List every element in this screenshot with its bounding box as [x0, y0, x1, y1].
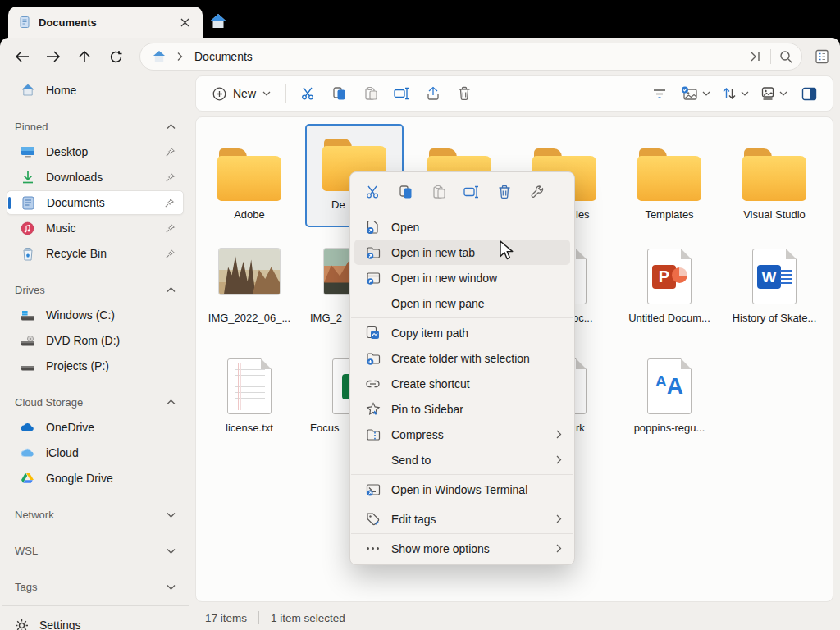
file-tile-history-of-skate[interactable]: W History of Skate...	[725, 239, 824, 324]
chevron-up-icon[interactable]	[167, 124, 176, 130]
cut-icon[interactable]	[360, 180, 386, 204]
sidebar-item-home[interactable]: Home	[7, 78, 184, 103]
forward-button[interactable]	[39, 43, 67, 71]
onedrive-icon	[20, 422, 35, 432]
submenu-chevron-icon	[556, 544, 562, 553]
paste-button[interactable]	[355, 80, 386, 107]
menu-item-open-in-new-pane[interactable]: Open in new pane	[354, 290, 570, 316]
section-header-network[interactable]: Network	[2, 502, 189, 527]
sidebar-item-onedrive[interactable]: OneDrive	[7, 415, 184, 440]
cut-button[interactable]	[293, 80, 324, 107]
file-label: History of Skate...	[733, 312, 817, 324]
file-label: Untitled Docum...	[628, 312, 710, 324]
details-pane-toggle[interactable]	[793, 80, 824, 107]
skip-to-end-icon[interactable]	[749, 51, 762, 62]
terminal-icon	[365, 483, 381, 496]
sidebar-item-settings[interactable]: Settings	[2, 611, 189, 630]
address-bar[interactable]: Documents	[139, 43, 802, 71]
section-header-pinned[interactable]: Pinned	[2, 114, 189, 139]
file-tile-untitled-document[interactable]: P Untitled Docum...	[620, 239, 719, 324]
section-header-tags[interactable]: Tags	[2, 574, 189, 599]
view-options-dropdown[interactable]	[675, 80, 716, 107]
breadcrumb-home-icon[interactable]	[152, 49, 167, 64]
rename-button[interactable]	[386, 80, 418, 107]
open-new-tab-icon	[365, 246, 381, 259]
home-tab-icon[interactable]	[207, 10, 230, 33]
sort-dropdown[interactable]	[716, 80, 755, 107]
ongoing-tasks-icon[interactable]	[809, 43, 835, 71]
up-button[interactable]	[71, 43, 98, 71]
sidebar-item-google-drive[interactable]: Google Drive	[7, 466, 184, 491]
tab-documents[interactable]: Documents	[8, 7, 203, 38]
file-tile-license-txt[interactable]: license.txt	[200, 349, 299, 434]
refresh-button[interactable]	[102, 43, 130, 71]
tab-close-icon[interactable]	[175, 12, 194, 32]
tab-title: Documents	[39, 16, 97, 29]
sidebar-item-recycle-bin[interactable]: Recycle Bin	[7, 241, 184, 266]
sidebar-item-windows-c[interactable]: Windows (C:)	[7, 303, 184, 327]
chevron-up-icon[interactable]	[167, 287, 176, 293]
menu-item-create-shortcut[interactable]: Create shortcut	[354, 371, 570, 396]
status-bar: 17 items 1 item selected	[205, 607, 345, 628]
menu-item-open-in-windows-terminal[interactable]: Open in Windows Terminal	[354, 477, 570, 502]
menu-item-copy-item-path[interactable]: Copy item path	[354, 320, 570, 345]
back-button[interactable]	[8, 43, 36, 71]
copy-icon[interactable]	[393, 180, 418, 204]
menu-item-send-to[interactable]: Send to	[354, 447, 570, 472]
copy-button[interactable]	[324, 80, 355, 107]
sidebar-item-dvd-d[interactable]: DVD Rom (D:)	[7, 328, 184, 353]
menu-item-edit-tags[interactable]: Edit tags	[354, 506, 570, 532]
menu-item-create-folder-with-selection[interactable]: Create folder with selection	[354, 345, 570, 371]
new-button[interactable]: New	[204, 80, 279, 107]
chevron-down-icon[interactable]	[167, 584, 176, 590]
sidebar-item-label: iCloud	[46, 446, 79, 459]
section-header-wsl[interactable]: WSL	[2, 538, 189, 563]
filter-icon[interactable]	[644, 80, 675, 107]
menu-item-label: Compress	[391, 428, 444, 441]
sidebar-item-projects-p[interactable]: Projects (P:)	[7, 354, 184, 378]
file-label: license.txt	[226, 422, 273, 434]
sidebar-item-music[interactable]: Music	[7, 216, 184, 240]
menu-item-compress[interactable]: Compress	[354, 422, 570, 447]
wrench-icon[interactable]	[524, 180, 550, 204]
breadcrumb[interactable]: Documents	[194, 50, 253, 63]
command-toolbar: New	[195, 75, 833, 112]
link-icon	[365, 379, 381, 389]
file-label: De	[307, 199, 345, 211]
file-tile-img-2022-06[interactable]: IMG_2022_06_...	[200, 239, 299, 324]
sidebar-divider	[2, 605, 189, 606]
menu-item-open-in-new-window[interactable]: Open in new window	[354, 265, 570, 290]
chevron-up-icon[interactable]	[167, 399, 176, 405]
context-menu-icon-row	[350, 172, 574, 210]
context-menu: Open Open in new tab Open in new window …	[349, 171, 575, 565]
menu-item-open-in-new-tab[interactable]: Open in new tab	[354, 240, 570, 265]
paste-icon[interactable]	[426, 180, 451, 204]
chevron-down-icon[interactable]	[167, 548, 176, 554]
sidebar-item-downloads[interactable]: Downloads	[7, 165, 184, 189]
menu-divider	[351, 317, 573, 318]
share-button[interactable]	[418, 80, 449, 107]
menu-item-pin-to-sidebar[interactable]: Pin to Sidebar	[354, 396, 570, 422]
delete-icon[interactable]	[491, 180, 517, 204]
sidebar-item-icloud[interactable]: iCloud	[7, 441, 184, 465]
file-tile-templates[interactable]: Templates	[620, 135, 719, 221]
menu-item-open[interactable]: Open	[354, 214, 570, 240]
file-tile-poppins-regular[interactable]: AA poppins-regu...	[620, 349, 719, 434]
layout-dropdown[interactable]	[755, 80, 793, 107]
section-header-drives[interactable]: Drives	[2, 277, 189, 302]
settings-label: Settings	[39, 619, 81, 630]
chevron-down-icon[interactable]	[167, 512, 176, 518]
sidebar-item-desktop[interactable]: Desktop	[7, 139, 184, 164]
sidebar-item-label: Downloads	[46, 171, 103, 184]
file-tile-adobe[interactable]: Adobe	[200, 135, 299, 221]
rename-icon[interactable]	[459, 180, 484, 204]
copy-path-icon	[365, 326, 381, 340]
search-icon[interactable]	[779, 50, 793, 64]
folder-icon	[637, 148, 701, 201]
section-header-cloud-storage[interactable]: Cloud Storage	[2, 390, 189, 414]
sidebar-item-documents[interactable]: Documents	[7, 190, 184, 215]
file-label: IMG_2022_06_...	[208, 312, 290, 324]
delete-button[interactable]	[449, 80, 480, 107]
file-tile-visual-studio[interactable]: Visual Studio	[725, 135, 824, 221]
menu-item-show-more-options[interactable]: Show more options	[354, 536, 570, 561]
